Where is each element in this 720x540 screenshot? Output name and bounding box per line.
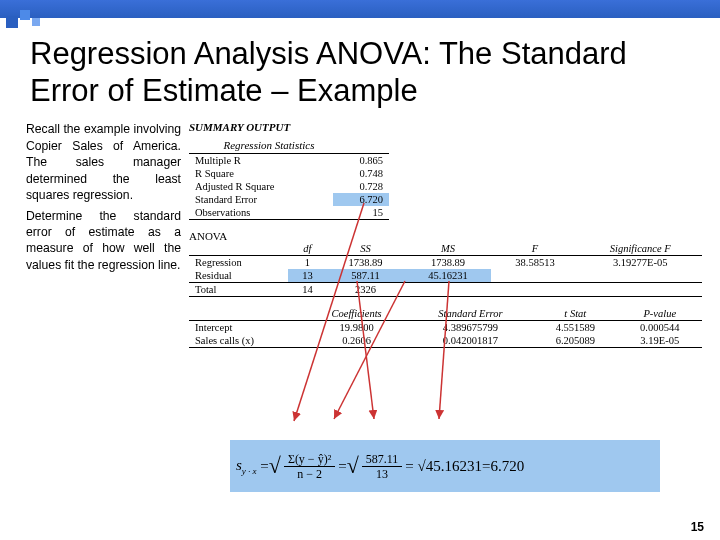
paragraph-recall: Recall the example involving Copier Sale… xyxy=(26,121,181,203)
body-text: Recall the example involving Copier Sale… xyxy=(26,121,181,348)
formula-box: sy · x = √ Σ(y − ŷ)²n − 2 = √ 587.1113 =… xyxy=(230,440,660,492)
col-header: F xyxy=(491,242,578,256)
stat-label: Adjusted R Square xyxy=(189,180,333,193)
col-header: Standard Error xyxy=(408,307,533,321)
coefficients-table: CoefficientsStandard Errort StatP-value … xyxy=(189,307,702,348)
stat-value: 0.748 xyxy=(333,167,389,180)
page-number: 15 xyxy=(691,520,704,534)
summary-output-label: SUMMARY OUTPUT xyxy=(189,121,702,133)
stat-value-highlighted: 6.720 xyxy=(333,193,389,206)
top-banner xyxy=(0,0,720,18)
row-label: Regression xyxy=(189,256,288,270)
row-label: Residual xyxy=(189,269,288,283)
col-header: t Stat xyxy=(533,307,617,321)
col-header: Coefficients xyxy=(306,307,408,321)
svg-line-2 xyxy=(334,281,405,419)
row-label: Sales calls (x) xyxy=(189,334,306,348)
svg-line-3 xyxy=(439,281,449,419)
excel-output: SUMMARY OUTPUT Regression Statistics Mul… xyxy=(189,121,702,348)
anova-table: dfSSMSFSignificance F Regression11738.89… xyxy=(189,242,702,297)
pixel-decoration xyxy=(32,18,40,26)
pixel-decoration xyxy=(6,16,18,28)
col-header: SS xyxy=(326,242,404,256)
stat-value: 0.865 xyxy=(333,154,389,168)
regression-stats-table: Multiple R0.865 R Square0.748 Adjusted R… xyxy=(189,153,389,220)
stat-value: 15 xyxy=(333,206,389,220)
svg-line-1 xyxy=(357,281,374,419)
col-header: P-value xyxy=(618,307,702,321)
stat-value: 0.728 xyxy=(333,180,389,193)
row-label: Intercept xyxy=(189,321,306,335)
col-header: df xyxy=(288,242,326,256)
paragraph-determine: Determine the standard error of estimate… xyxy=(26,208,181,274)
regression-stats-label: Regression Statistics xyxy=(189,139,349,151)
row-label: Total xyxy=(189,283,288,297)
stat-label: Multiple R xyxy=(189,154,333,168)
pixel-decoration xyxy=(20,10,30,20)
anova-label: ANOVA xyxy=(189,230,702,242)
col-header: Significance F xyxy=(578,242,702,256)
stat-label: Observations xyxy=(189,206,333,220)
slide-title: Regression Analysis ANOVA: The Standard … xyxy=(0,18,720,117)
stat-label: R Square xyxy=(189,167,333,180)
stat-label: Standard Error xyxy=(189,193,333,206)
col-header: MS xyxy=(405,242,492,256)
